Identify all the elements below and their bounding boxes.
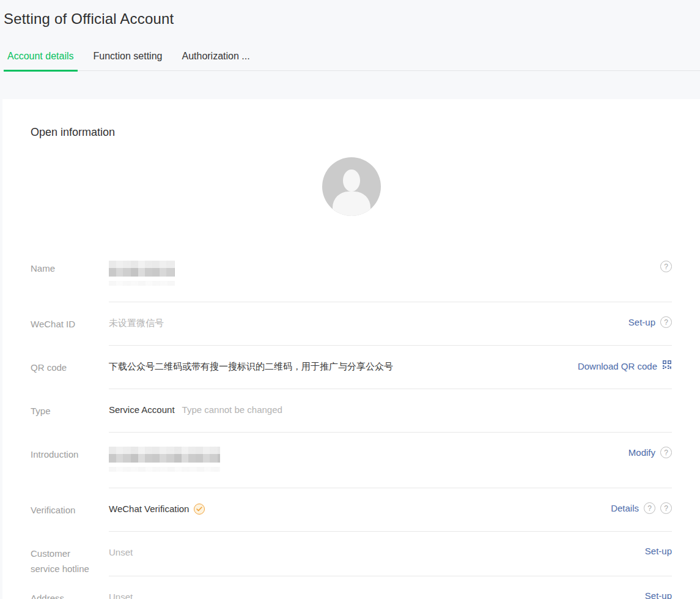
info-rows: Name ? WeChat ID 未设置微信号 Set-up — [31, 247, 672, 599]
account-type: Service Account — [109, 403, 175, 416]
help-icon[interactable]: ? — [660, 261, 672, 272]
redacted-introduction-shadow — [109, 467, 220, 472]
row-verification-value: WeChat Verification — [109, 502, 205, 515]
avatar[interactable] — [322, 157, 381, 216]
tab-function-setting[interactable]: Function setting — [90, 47, 166, 72]
row-hotline-label: Customer service hotline — [31, 532, 109, 576]
row-hotline-value: Unset — [109, 546, 133, 559]
row-address-value: Unset — [109, 590, 133, 599]
row-verification-label: Verification — [31, 488, 109, 532]
section-title: Open information — [31, 99, 672, 139]
row-introduction-label: Introduction — [31, 433, 109, 488]
setup-wechat-id-link[interactable]: Set-up — [628, 317, 655, 327]
type-note: Type cannot be changed — [182, 403, 282, 416]
tab-authorization[interactable]: Authorization ... — [178, 47, 253, 72]
row-name: Name ? — [31, 247, 672, 302]
row-qr-code-label: QR code — [31, 346, 109, 389]
help-icon[interactable]: ? — [644, 502, 655, 514]
tab-bar: Account details Function setting Authori… — [4, 47, 700, 71]
row-qr-code: QR code 下载公众号二维码或带有搜一搜标识的二维码，用于推广与分享公众号 … — [31, 346, 672, 389]
row-wechat-id-value: 未设置微信号 — [109, 316, 164, 329]
verified-check-icon — [194, 504, 205, 515]
row-wechat-id: WeChat ID 未设置微信号 Set-up ? — [31, 302, 672, 346]
page-title: Setting of Official Account — [4, 9, 700, 29]
modify-introduction-link[interactable]: Modify — [628, 447, 655, 458]
download-qr-code-link[interactable]: Download QR code — [578, 361, 657, 371]
page-header: Setting of Official Account Account deta… — [0, 0, 700, 71]
account-details-panel: Open information Name ? — [2, 99, 700, 599]
row-introduction-value — [109, 447, 220, 472]
redacted-name-value — [109, 261, 175, 277]
row-wechat-id-label: WeChat ID — [31, 302, 109, 346]
row-qr-code-value: 下载公众号二维码或带有搜一搜标识的二维码，用于推广与分享公众号 — [109, 360, 393, 373]
row-name-value — [109, 261, 175, 286]
avatar-wrap — [31, 157, 672, 216]
row-verification: Verification WeChat Verification Details… — [31, 488, 672, 532]
setup-hotline-link[interactable]: Set-up — [645, 546, 672, 556]
row-introduction: Introduction Modify ? — [31, 433, 672, 488]
row-name-label: Name — [31, 247, 109, 302]
setup-address-link[interactable]: Set-up — [645, 590, 672, 599]
redacted-introduction-value — [109, 447, 220, 463]
help-icon[interactable]: ? — [660, 447, 672, 458]
row-type: Type Service Account Type cannot be chan… — [31, 389, 672, 433]
avatar-person-icon — [333, 192, 370, 216]
help-icon[interactable]: ? — [660, 502, 672, 514]
redacted-name-shadow — [109, 281, 175, 286]
row-hotline: Customer service hotline Unset Set-up — [31, 532, 672, 576]
avatar-person-icon — [343, 169, 360, 192]
row-address: Address Unset Set-up — [31, 576, 672, 599]
tab-account-details[interactable]: Account details — [4, 47, 78, 72]
verification-status: WeChat Verification — [109, 502, 189, 515]
row-type-label: Type — [31, 389, 109, 433]
qr-code-icon[interactable] — [662, 360, 672, 372]
row-address-label: Address — [31, 576, 109, 599]
help-icon[interactable]: ? — [660, 316, 672, 328]
row-type-value: Service Account Type cannot be changed — [109, 403, 282, 416]
verification-details-link[interactable]: Details — [611, 503, 639, 513]
